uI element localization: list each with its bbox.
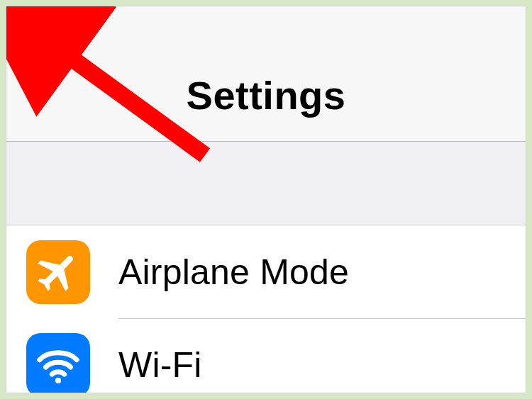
wifi-icon [26,333,90,393]
settings-screen: Settings Airplane Mode Wi-Fi [6,6,526,393]
airplane-icon [26,240,90,304]
cell-label: Airplane Mode [118,252,349,293]
settings-list: Airplane Mode Wi-Fi [6,226,526,393]
statusbar-airplane-icon [19,11,50,42]
status-bar [6,6,526,49]
group-header-spacer [6,142,526,225]
cell-wifi[interactable]: Wi-Fi [6,319,526,393]
page-title: Settings [187,72,346,118]
svg-point-0 [55,378,61,383]
cell-label: Wi-Fi [118,344,202,386]
navbar: Settings [6,49,526,141]
cell-airplane-mode[interactable]: Airplane Mode [6,226,526,318]
